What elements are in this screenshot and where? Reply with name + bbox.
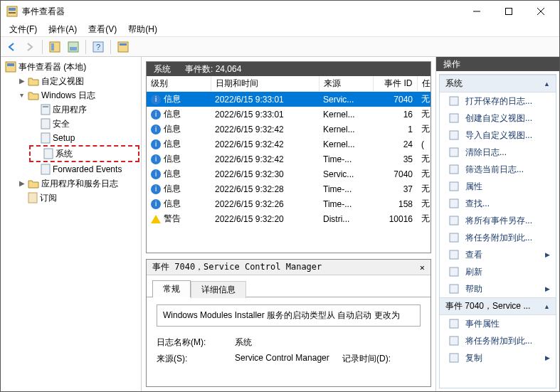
funnel-icon [448,164,460,175]
svg-rect-4 [505,9,512,15]
tree-app-service-logs[interactable]: ▶应用程序和服务日志 [16,176,139,191]
expander-icon[interactable]: ▶ [18,74,26,88]
event-viewer-icon [5,61,16,73]
svg-rect-30 [450,199,458,208]
action-item[interactable]: 刷新 [440,263,556,280]
tree-subscriptions[interactable]: 订阅 [16,191,139,205]
app-window: 事件查看器 文件(F) 操作(A) 查看(V) 帮助(H) ? [0,0,560,392]
list-header-bar: 系统 事件数: 24,064 [147,62,430,76]
tree-log-forwarded[interactable]: Forwarded Events [29,162,139,176]
svg-rect-24 [450,97,458,105]
actions-title: 操作 [436,57,559,71]
action-item[interactable]: 清除日志... [440,144,556,161]
action-item[interactable]: 查看▶ [440,246,556,263]
forward-button[interactable] [22,39,38,55]
menu-file[interactable]: 文件(F) [4,22,43,37]
tab-details[interactable]: 详细信息 [191,281,246,298]
table-row[interactable]: i信息2022/6/15 9:32:28Time-...37无 [147,181,430,196]
close-detail-button[interactable]: ✕ [420,263,425,272]
svg-rect-10 [70,47,77,51]
svg-rect-21 [44,149,53,159]
back-button[interactable] [4,39,19,55]
show-tree-button[interactable] [47,39,63,55]
minimize-button[interactable] [460,1,492,22]
center-pane: 系统 事件数: 24,064 级别 日期和时间 来源 事件 ID 任 i信息20 [142,57,435,391]
svg-rect-14 [120,43,127,46]
show-preview-button[interactable] [65,39,81,55]
separator-icon [85,40,86,54]
action-item[interactable]: 打开保存的日志... [440,92,556,110]
svg-rect-22 [41,164,50,174]
table-row[interactable]: i信息2022/6/15 9:32:42Time-...35无 [147,152,430,166]
action-item[interactable]: 将任务附加到此... [440,229,556,246]
action-item[interactable]: 复制▶ [440,349,556,366]
table-row[interactable]: i信息2022/6/15 9:33:01Kernel...16无 [147,107,430,122]
svg-rect-34 [450,267,458,276]
action-item[interactable]: 事件属性 [440,315,556,332]
title-bar: 事件查看器 [1,1,559,22]
help-icon [448,283,460,295]
menu-view[interactable]: 查看(V) [83,22,122,37]
svg-rect-18 [43,106,48,107]
help-button[interactable]: ? [90,39,106,55]
col-level[interactable]: 级别 [147,76,211,92]
action-item[interactable]: 创建自定义视图... [440,110,556,127]
close-button[interactable] [524,1,556,22]
action-item[interactable]: 将任务附加到此... [440,332,556,349]
toolbar: ? [1,37,559,57]
tree-custom-views[interactable]: ▶自定义视图 [16,74,139,88]
svg-rect-38 [450,354,458,362]
col-task[interactable]: 任 [417,76,430,92]
action-item[interactable]: 属性 [440,178,556,195]
action-item[interactable]: 查找... [440,195,556,212]
table-row[interactable]: i信息2022/6/15 9:32:26Time-...158无 [147,196,430,211]
tree-log-setup[interactable]: Setup [29,131,139,145]
col-datetime[interactable]: 日期和时间 [211,76,319,92]
svg-rect-16 [7,63,14,66]
svg-rect-31 [450,216,458,225]
log-icon [41,132,51,144]
maximize-button[interactable] [492,1,524,22]
col-eventid[interactable]: 事件 ID [373,76,417,92]
separator-icon [110,40,111,54]
log-icon [43,148,53,159]
tree-root[interactable]: 事件查看器 (本地) [4,60,139,74]
table-row[interactable]: 警告2022/6/15 9:32:20Distri...10016无 [147,211,430,226]
col-source[interactable]: 来源 [319,76,373,92]
list-header-count: 事件数: 24,064 [185,63,241,75]
menu-help[interactable]: 帮助(H) [122,22,163,37]
tree-log-application[interactable]: 应用程序 [29,102,139,117]
log-icon [41,104,51,115]
view-icon [448,249,460,260]
svg-rect-28 [450,165,458,174]
funnel-add-icon [448,112,460,124]
expander-icon[interactable]: ▾ [18,88,26,102]
tab-general[interactable]: 常规 [152,280,191,297]
subscriptions-icon [28,192,38,203]
actions-section-event[interactable]: 事件 7040，Service ...▲ [440,297,556,315]
window-title: 事件查看器 [22,6,65,18]
svg-rect-33 [450,250,458,259]
tree-windows-logs[interactable]: ▾Windows 日志 [16,88,139,102]
tree-log-system[interactable]: 系统 [29,145,139,162]
table-header-row: 级别 日期和时间 来源 事件 ID 任 [147,76,430,92]
find-icon [448,198,460,209]
submenu-arrow-icon: ▶ [545,351,550,364]
table-row[interactable]: i信息2022/6/15 9:33:01Servic...7040无 [147,92,430,107]
tree-log-security[interactable]: 安全 [29,117,139,131]
label-source: 来源(S): [157,353,235,365]
menu-action[interactable]: 操作(A) [43,22,83,37]
view-button[interactable] [115,39,131,55]
attach-task-icon [448,232,460,243]
table-row[interactable]: i信息2022/6/15 9:32:30Servic...7040无 [147,166,430,181]
action-item[interactable]: 帮助▶ [440,280,556,297]
action-item[interactable]: 导入自定义视图... [440,127,556,144]
log-icon [41,164,51,175]
action-item[interactable]: 筛选当前日志... [440,161,556,178]
log-icon [41,118,51,129]
table-row[interactable]: i信息2022/6/15 9:32:42Kernel...1无 [147,122,430,137]
expander-icon[interactable]: ▶ [18,176,26,191]
action-item[interactable]: 将所有事件另存... [440,212,556,229]
actions-section-system[interactable]: 系统▲ [440,75,556,92]
table-row[interactable]: i信息2022/6/15 9:32:42Kernel...24( [147,137,430,152]
